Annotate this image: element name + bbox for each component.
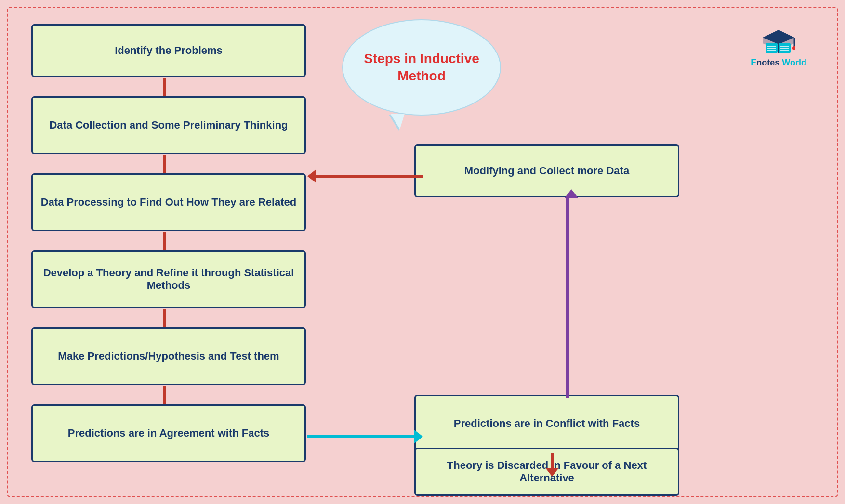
box-data-processing: Data Processing to Find Out How They are… bbox=[31, 173, 306, 231]
box-identify: Identify the Problems bbox=[31, 24, 306, 77]
logo-text: Enotes World bbox=[751, 58, 806, 68]
box-make-predictions: Make Predictions/Hypothesis and Test the… bbox=[31, 327, 306, 385]
logo-book-icon bbox=[762, 29, 795, 58]
arrow-up-purple bbox=[565, 189, 578, 198]
arrow-right-agreement bbox=[307, 430, 423, 443]
box-modifying: Modifying and Collect more Data bbox=[414, 144, 679, 197]
arrow-down-conflict bbox=[545, 453, 559, 477]
box-data-collection: Data Collection and Some Preliminary Thi… bbox=[31, 96, 306, 154]
purple-connector bbox=[566, 395, 569, 398]
box-develop-theory: Develop a Theory and Refine it through S… bbox=[31, 250, 306, 308]
logo-area: Enotes World bbox=[751, 29, 806, 68]
arrow-left-modifying bbox=[307, 169, 423, 183]
purple-shaft bbox=[566, 198, 569, 395]
svg-point-12 bbox=[792, 46, 795, 50]
speech-bubble: Steps in Inductive Method bbox=[342, 19, 501, 116]
box-agreement: Predictions are in Agreement with Facts bbox=[31, 404, 306, 462]
box-conflict: Predictions are in Conflict with Facts bbox=[414, 395, 679, 452]
